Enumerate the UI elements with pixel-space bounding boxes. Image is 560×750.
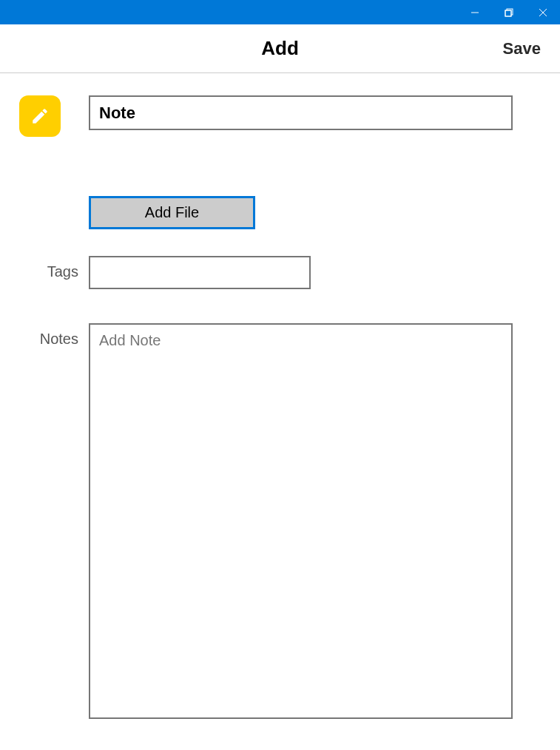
close-button[interactable] xyxy=(526,0,560,24)
minimize-icon xyxy=(470,8,479,17)
minimize-button[interactable] xyxy=(458,0,492,24)
maximize-button[interactable] xyxy=(492,0,526,24)
page-title: Add xyxy=(0,37,560,60)
notes-field-column xyxy=(89,323,544,722)
notes-label: Notes xyxy=(16,323,89,348)
tags-label: Tags xyxy=(16,256,89,280)
maximize-icon xyxy=(505,8,513,17)
save-button[interactable]: Save xyxy=(503,39,541,58)
notes-row: Notes xyxy=(16,323,544,722)
pencil-icon xyxy=(30,107,50,126)
form-content: Add File Tags Notes xyxy=(0,73,560,722)
svg-rect-2 xyxy=(505,10,511,16)
notes-textarea[interactable] xyxy=(89,323,513,719)
title-input[interactable] xyxy=(89,95,513,130)
title-field-column xyxy=(89,95,544,130)
add-file-button[interactable]: Add File xyxy=(89,196,255,229)
note-type-icon-container xyxy=(19,95,61,137)
icon-column xyxy=(16,95,89,137)
window-titlebar xyxy=(0,0,560,24)
tags-field-column xyxy=(89,256,544,289)
tags-row: Tags xyxy=(16,256,544,289)
tags-input[interactable] xyxy=(89,256,311,289)
close-icon xyxy=(539,8,547,17)
title-row xyxy=(16,95,544,137)
app-header: Add Save xyxy=(0,24,560,73)
